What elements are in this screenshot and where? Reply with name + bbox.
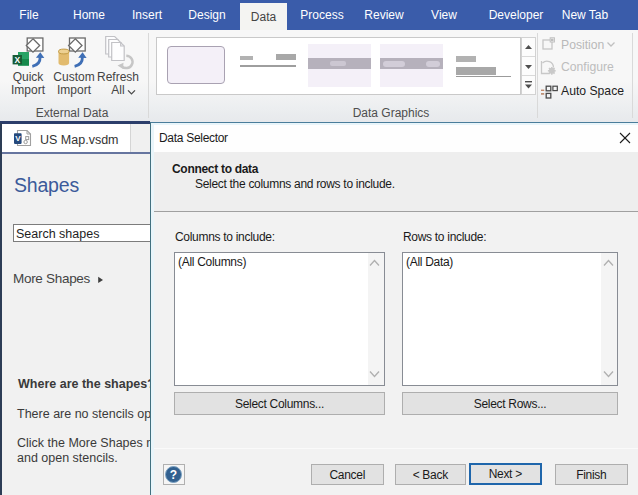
svg-text:?: ? (169, 468, 176, 482)
svg-text:V: V (15, 134, 21, 143)
svg-text:X: X (14, 55, 20, 65)
